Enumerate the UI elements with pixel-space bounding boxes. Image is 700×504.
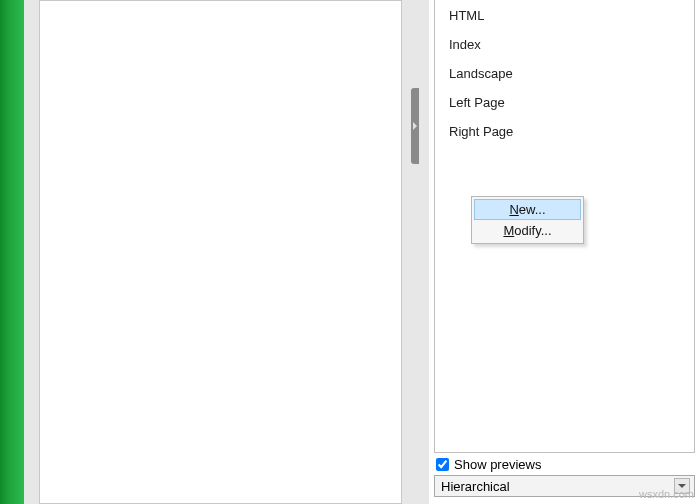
chevron-right-icon: [413, 122, 417, 130]
styles-panel: HTML Index Landscape Left Page Right Pag…: [429, 0, 700, 504]
sidebar-collapse-handle[interactable]: [411, 88, 419, 164]
watermark: wsxdn.com: [639, 488, 694, 500]
styles-filter-value: Hierarchical: [441, 479, 510, 494]
style-item-index[interactable]: Index: [435, 33, 694, 56]
context-menu-new[interactable]: New...: [474, 199, 581, 220]
sidebar-splitter[interactable]: [411, 0, 429, 504]
app-start-bar: [0, 0, 24, 504]
style-item-left-page[interactable]: Left Page: [435, 91, 694, 114]
context-menu-modify[interactable]: Modify...: [474, 220, 581, 241]
style-item-html[interactable]: HTML: [435, 4, 694, 27]
accesskey-n: N: [509, 202, 518, 217]
document-page[interactable]: [39, 0, 402, 504]
styles-context-menu: New... Modify...: [471, 196, 584, 244]
style-item-landscape[interactable]: Landscape: [435, 62, 694, 85]
document-workspace: [24, 0, 411, 504]
style-item-right-page[interactable]: Right Page: [435, 120, 694, 143]
show-previews-row[interactable]: Show previews: [434, 457, 695, 472]
show-previews-checkbox[interactable]: [436, 458, 449, 471]
accesskey-m: M: [503, 223, 514, 238]
show-previews-label: Show previews: [454, 457, 541, 472]
